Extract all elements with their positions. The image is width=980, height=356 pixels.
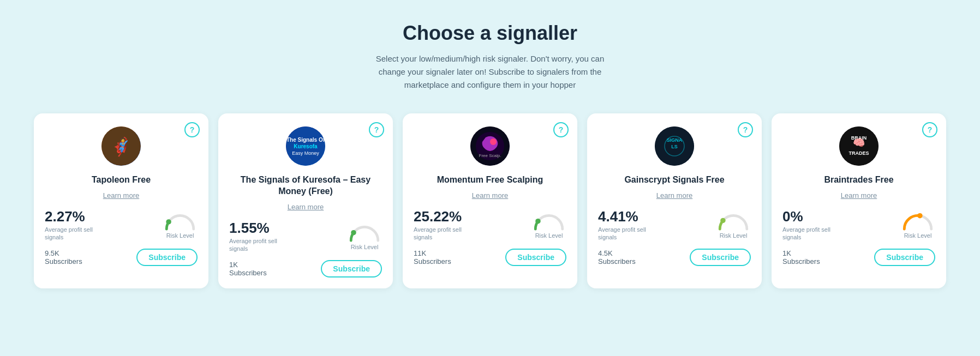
help-button-gainscrypt[interactable]: ?	[738, 122, 753, 137]
page-title: Choose a signaller	[364, 22, 616, 45]
risk-level-label-tapoleon: Risk Level	[166, 232, 194, 239]
card-name-gainscrypt: Gainscrypt Signals Free	[598, 174, 751, 186]
avg-profit-braintrades: 0%	[782, 209, 837, 224]
avatar-braintrades: BRAIN 🧠 TRADES	[839, 126, 879, 166]
stat-left-braintrades: 0% Average profit sell signals	[782, 209, 837, 242]
subscribe-button-tapoleon[interactable]: Subscribe	[136, 249, 198, 266]
risk-gauge-braintrades	[900, 209, 935, 231]
learn-more-link-kuresofa[interactable]: Learn more	[229, 203, 382, 211]
risk-gauge-gainscrypt	[716, 209, 751, 231]
stat-left-tapoleon: 2.27% Average profit sell signals	[45, 209, 99, 242]
stat-right-kuresofa: Risk Level	[347, 221, 382, 250]
card-kuresofa: ? The Signals Of Kuresofa Easy Money The…	[218, 113, 393, 288]
stat-right-braintrades: Risk Level	[900, 209, 935, 239]
help-button-momentum[interactable]: ?	[553, 122, 569, 137]
risk-gauge-kuresofa	[347, 221, 382, 243]
svg-point-2	[166, 219, 171, 225]
card-gainscrypt: ? SIGNA LS Gainscrypt Signals Free Learn…	[587, 113, 762, 288]
card-footer-braintrades: 1KSubscribers Subscribe	[782, 249, 935, 266]
card-footer-tapoleon: 9.5KSubscribers Subscribe	[45, 249, 198, 266]
avg-profit-label-gainscrypt: Average profit sell signals	[598, 226, 653, 242]
svg-point-17	[720, 218, 726, 223]
svg-text:The Signals Of: The Signals Of	[286, 137, 325, 143]
avatar-wrap-braintrades: BRAIN 🧠 TRADES	[782, 126, 935, 166]
subscribers-braintrades: 1KSubscribers	[782, 249, 820, 266]
svg-point-22	[917, 213, 923, 219]
stat-left-kuresofa: 1.55% Average profit sell signals	[229, 221, 284, 253]
card-braintrades: ? BRAIN 🧠 TRADES Braintrades Free Learn …	[772, 113, 946, 288]
help-button-braintrades[interactable]: ?	[922, 122, 937, 137]
avatar-momentum: Free Scalp.	[470, 126, 510, 166]
card-stats-kuresofa: 1.55% Average profit sell signals Risk L…	[229, 221, 382, 253]
svg-text:🦸: 🦸	[110, 136, 132, 157]
help-button-kuresofa[interactable]: ?	[369, 122, 384, 137]
help-button-tapoleon[interactable]: ?	[184, 122, 200, 137]
card-name-tapoleon: Tapoleon Free	[45, 174, 198, 186]
avg-profit-label-braintrades: Average profit sell signals	[782, 226, 837, 242]
card-name-kuresofa: The Signals of Kuresofa – Easy Money (Fr…	[229, 174, 382, 197]
svg-point-7	[351, 230, 356, 235]
subscribers-tapoleon: 9.5KSubscribers	[45, 249, 82, 266]
stat-left-momentum: 25.22% Average profit sell signals	[414, 209, 468, 242]
subscribers-gainscrypt: 4.5KSubscribers	[598, 249, 636, 266]
avatar-wrap-gainscrypt: SIGNA LS	[598, 126, 751, 166]
risk-level-label-kuresofa: Risk Level	[351, 244, 379, 250]
avatar-gainscrypt: SIGNA LS	[655, 126, 694, 166]
card-footer-momentum: 11KSubscribers Subscribe	[414, 249, 566, 266]
stat-left-gainscrypt: 4.41% Average profit sell signals	[598, 209, 653, 242]
svg-text:LS: LS	[671, 144, 678, 149]
risk-level-label-momentum: Risk Level	[535, 232, 563, 239]
cards-container: ? 🦸 Tapoleon Free Learn more 2.27% Avera…	[11, 113, 969, 288]
card-footer-kuresofa: 1KSubscribers Subscribe	[229, 260, 382, 277]
svg-point-10	[490, 138, 497, 145]
subscribe-button-gainscrypt[interactable]: Subscribe	[690, 249, 751, 266]
card-stats-braintrades: 0% Average profit sell signals Risk Leve…	[782, 209, 935, 242]
page-subtitle: Select your low/medium/high risk signale…	[364, 52, 616, 92]
svg-text:Easy Money: Easy Money	[292, 150, 319, 156]
avatar-kuresofa: The Signals Of Kuresofa Easy Money	[286, 126, 325, 166]
svg-text:TRADES: TRADES	[848, 150, 869, 156]
avg-profit-label-tapoleon: Average profit sell signals	[45, 226, 99, 242]
learn-more-link-tapoleon[interactable]: Learn more	[45, 191, 198, 200]
stat-right-gainscrypt: Risk Level	[716, 209, 751, 239]
subscribers-momentum: 11KSubscribers	[414, 249, 451, 266]
subscribe-button-kuresofa[interactable]: Subscribe	[321, 260, 382, 277]
learn-more-link-gainscrypt[interactable]: Learn more	[598, 191, 751, 200]
subscribers-kuresofa: 1KSubscribers	[229, 261, 267, 277]
avatar-wrap-momentum: Free Scalp.	[414, 126, 566, 166]
card-name-braintrades: Braintrades Free	[782, 174, 935, 186]
subscribe-button-momentum[interactable]: Subscribe	[505, 249, 566, 266]
avatar-wrap-tapoleon: 🦸	[45, 126, 198, 166]
avg-profit-tapoleon: 2.27%	[45, 209, 99, 224]
svg-point-12	[535, 219, 541, 224]
avatar-tapoleon: 🦸	[101, 126, 141, 166]
avg-profit-momentum: 25.22%	[414, 209, 468, 224]
avatar-wrap-kuresofa: The Signals Of Kuresofa Easy Money	[229, 126, 382, 166]
stat-right-tapoleon: Risk Level	[163, 209, 198, 239]
card-stats-gainscrypt: 4.41% Average profit sell signals Risk L…	[598, 209, 751, 242]
stat-right-momentum: Risk Level	[531, 209, 566, 239]
learn-more-link-momentum[interactable]: Learn more	[414, 191, 566, 200]
svg-text:Free Scalp.: Free Scalp.	[479, 153, 501, 158]
card-stats-momentum: 25.22% Average profit sell signals Risk …	[414, 209, 566, 242]
avg-profit-kuresofa: 1.55%	[229, 221, 284, 235]
risk-level-label-gainscrypt: Risk Level	[720, 232, 748, 239]
subscribe-button-braintrades[interactable]: Subscribe	[874, 249, 935, 266]
card-name-momentum: Momentum Free Scalping	[414, 174, 566, 186]
risk-gauge-momentum	[531, 209, 566, 231]
risk-gauge-tapoleon	[163, 209, 198, 231]
card-footer-gainscrypt: 4.5KSubscribers Subscribe	[598, 249, 751, 266]
risk-level-label-braintrades: Risk Level	[904, 232, 932, 239]
avg-profit-label-momentum: Average profit sell signals	[414, 226, 468, 242]
avg-profit-gainscrypt: 4.41%	[598, 209, 653, 224]
svg-text:Kuresofa: Kuresofa	[294, 143, 318, 149]
svg-text:🧠: 🧠	[853, 137, 865, 149]
card-stats-tapoleon: 2.27% Average profit sell signals Risk L…	[45, 209, 198, 242]
card-momentum: ? Free Scalp. Momentum Free Scalping Lea…	[403, 113, 577, 288]
card-tapoleon: ? 🦸 Tapoleon Free Learn more 2.27% Avera…	[34, 113, 208, 288]
learn-more-link-braintrades[interactable]: Learn more	[782, 191, 935, 200]
avg-profit-label-kuresofa: Average profit sell signals	[229, 237, 284, 253]
